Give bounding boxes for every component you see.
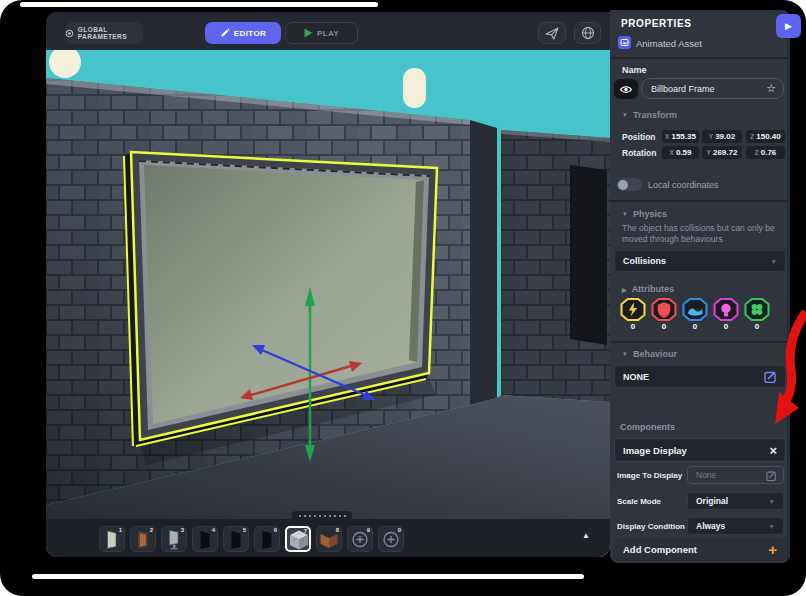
visibility-toggle-button[interactable] (614, 79, 638, 99)
attribute-value: 0 (651, 322, 677, 331)
physics-description: The object has collisions but can only b… (622, 223, 782, 245)
hotbar-expand-arrow[interactable]: ▲ (582, 531, 590, 540)
rotation-y-field[interactable]: Y 269.72 (702, 146, 742, 159)
chevron-down-icon: ▼ (769, 498, 775, 505)
chevron-down-icon: ▼ (622, 112, 628, 118)
decorative-line-bottom (32, 574, 584, 579)
name-input[interactable] (649, 83, 762, 95)
hotbar-slot-2[interactable]: 2 (130, 526, 156, 552)
local-coordinates-toggle[interactable] (616, 178, 642, 191)
divider (610, 200, 790, 202)
dark-board (570, 165, 607, 345)
image-to-display-label: Image To Display (617, 471, 682, 480)
decorative-line-top (20, 2, 378, 7)
chevron-right-icon: ▶ (785, 21, 792, 31)
display-condition-label: Display Condition (617, 522, 685, 531)
hotbar-slot-7-selected[interactable]: 7 (285, 526, 311, 552)
hotbar-slot-4[interactable]: 4 (192, 526, 218, 552)
attribute-value: 0 (713, 322, 739, 331)
position-y-field[interactable]: Y 39.02 (702, 130, 742, 143)
editor-tab-label: EDITOR (234, 29, 266, 38)
rotation-z-field[interactable]: Z 0.76 (746, 146, 785, 159)
transform-section-header[interactable]: ▼ Transform (622, 110, 677, 120)
viewport-3d[interactable]: 1 2 3 4 5 (46, 50, 610, 557)
physics-section-header[interactable]: ▼ Physics (622, 209, 667, 219)
chevron-down-icon: ▼ (622, 351, 628, 357)
hotbar-slot-9[interactable]: 9 (347, 526, 373, 552)
asset-type-label: Animated Asset (636, 38, 702, 49)
globe-icon-button[interactable] (574, 22, 601, 44)
panel-title: PROPERTIES (621, 18, 691, 29)
panel-scrollbar[interactable] (787, 10, 790, 563)
edit-icon[interactable] (766, 470, 777, 481)
hotbar-slot-5[interactable]: 5 (223, 526, 249, 552)
divider (610, 341, 790, 343)
scale-mode-dropdown[interactable]: Original ▼ (687, 492, 784, 510)
lightning-icon (620, 298, 646, 321)
triangle-up-icon: ▲ (582, 531, 590, 540)
display-condition-dropdown[interactable]: Always ▼ (687, 517, 784, 535)
bubble-icon (713, 298, 739, 321)
scale-mode-label: Scale Mode (617, 497, 661, 506)
hotbar-slot-1[interactable]: 1 (99, 526, 125, 552)
properties-panel: PROPERTIES Animated Asset Name ☆ ▼ Trans… (610, 10, 790, 563)
image-to-display-input[interactable] (694, 469, 763, 481)
chevron-down-icon: ▼ (769, 523, 775, 530)
cloud-right (403, 68, 426, 108)
top-toolbar: GLOBAL PARAMETERS EDITOR PLAY (46, 12, 610, 50)
clover-icon (744, 298, 770, 321)
behaviour-section-header[interactable]: ▼ Behaviour (622, 349, 677, 359)
component-image-display[interactable]: Image Display × (614, 438, 786, 462)
position-x-field[interactable]: X 155.35 (662, 130, 699, 143)
rotation-label: Rotation (622, 148, 656, 158)
paper-plane-icon (545, 27, 559, 40)
name-section-label: Name (622, 65, 647, 75)
attribute-clover-badge[interactable] (744, 298, 770, 321)
name-field[interactable]: ☆ (641, 78, 784, 99)
collision-mode-dropdown[interactable]: Collisions ▼ (614, 250, 786, 272)
attribute-lightning-badge[interactable] (620, 298, 646, 321)
play-tab-label: PLAY (317, 29, 339, 38)
add-component-button[interactable]: Add Component + (614, 538, 786, 561)
hotbar-slot-8[interactable]: 8 (316, 526, 342, 552)
eye-icon (619, 84, 633, 95)
pencil-icon (220, 28, 230, 38)
toggle-knob (618, 180, 628, 190)
shield-icon (651, 298, 677, 321)
hotbar-slot-6[interactable]: 6 (254, 526, 280, 552)
publish-button[interactable] (538, 22, 566, 44)
hotbar-slot-0[interactable]: 0 (378, 526, 404, 552)
image-to-display-field[interactable] (687, 466, 784, 484)
position-z-field[interactable]: Z 150.40 (746, 130, 785, 143)
scene-canvas[interactable] (46, 50, 610, 557)
attribute-bubble-badge[interactable] (713, 298, 739, 321)
favorite-star-icon[interactable]: ☆ (766, 83, 776, 94)
chevron-down-icon: ▼ (771, 258, 777, 265)
global-parameters-label: GLOBAL PARAMETERS (78, 26, 143, 40)
back-wall (501, 130, 610, 402)
attribute-value: 0 (682, 322, 708, 331)
attribute-value: 0 (744, 322, 770, 331)
chevron-down-icon: ▼ (622, 211, 628, 217)
position-label: Position (622, 132, 656, 142)
attribute-wave-badge[interactable] (682, 298, 708, 321)
animated-asset-icon (618, 36, 631, 49)
global-parameters-button[interactable]: GLOBAL PARAMETERS (65, 22, 143, 44)
editor-tab-button[interactable]: EDITOR (205, 22, 281, 44)
attribute-shield-badge[interactable] (651, 298, 677, 321)
components-section-label: Components (620, 422, 675, 432)
attribute-value: 0 (620, 322, 646, 331)
play-icon (304, 28, 313, 38)
play-tab-button[interactable]: PLAY (285, 22, 358, 44)
global-parameters-icon (65, 28, 74, 39)
hotbar-slot-3[interactable]: 3 (161, 526, 187, 552)
divider (610, 57, 790, 59)
remove-component-icon[interactable]: × (769, 444, 777, 457)
plus-icon: + (768, 542, 777, 557)
edit-icon[interactable] (764, 370, 777, 383)
rotation-x-field[interactable]: X 0.59 (662, 146, 699, 159)
attributes-section-header[interactable]: ▶ Attributes (622, 284, 674, 294)
panel-collapse-button[interactable]: ▶ (776, 14, 801, 38)
behaviour-field[interactable]: NONE (614, 365, 786, 388)
stone-cube-icon (286, 527, 312, 553)
